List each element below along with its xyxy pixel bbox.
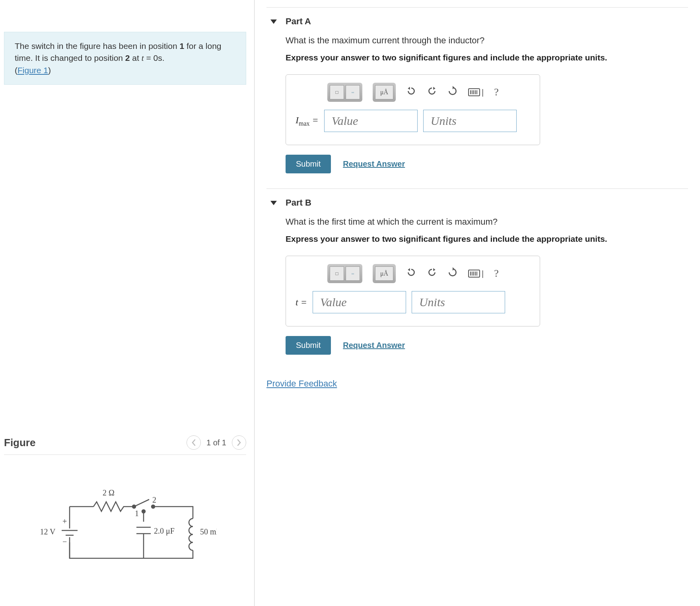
reset-icon[interactable] xyxy=(447,86,458,99)
svg-point-2 xyxy=(142,510,145,513)
redo-icon[interactable] xyxy=(427,86,437,99)
problem-text-3: at xyxy=(130,53,142,62)
template-tool[interactable]: □ ▫▫ xyxy=(327,264,362,283)
provide-feedback-link[interactable]: Provide Feedback xyxy=(266,379,337,389)
switch-1-label: 1 xyxy=(135,509,139,518)
part-b-answer-box: □ ▫▫ μÅ xyxy=(286,256,540,326)
figure-prev-button[interactable] xyxy=(187,435,201,450)
part-a-answer-box: □ ▫▫ μÅ xyxy=(286,74,540,145)
undo-icon[interactable] xyxy=(406,86,416,99)
problem-text-1: The switch in the figure has been in pos… xyxy=(15,41,179,50)
plus-label: + xyxy=(62,517,67,526)
figure-link[interactable]: Figure 1 xyxy=(18,66,48,75)
time-eq-text: = 0s. xyxy=(144,53,165,62)
part-b-variable: t = xyxy=(296,297,307,308)
part-a-header[interactable]: Part A xyxy=(266,8,688,35)
chevron-down-icon xyxy=(270,19,277,24)
help-icon[interactable]: ? xyxy=(494,268,499,280)
part-b-question: What is the first time at which the curr… xyxy=(286,217,688,227)
help-icon[interactable]: ? xyxy=(494,86,499,98)
reset-icon[interactable] xyxy=(447,267,458,280)
part-a-value-input[interactable] xyxy=(324,110,418,132)
circuit-diagram: 2 Ω 12 V + − 1 2 2.0 μF 50 mH xyxy=(4,475,246,570)
keyboard-icon[interactable]: | xyxy=(468,269,484,278)
figure-next-button[interactable] xyxy=(232,435,246,450)
chevron-down-icon xyxy=(270,201,277,205)
part-b-instruction: Express your answer to two significant f… xyxy=(286,234,688,244)
part-a-submit-button[interactable]: Submit xyxy=(286,155,331,173)
switch-2-label: 2 xyxy=(152,495,156,504)
part-b-request-answer-link[interactable]: Request Answer xyxy=(343,341,405,350)
part-a-units-input[interactable] xyxy=(423,110,517,132)
part-b-submit-button[interactable]: Submit xyxy=(286,336,331,355)
problem-statement: The switch in the figure has been in pos… xyxy=(4,32,246,85)
part-a-instruction: Express your answer to two significant f… xyxy=(286,53,688,62)
figure-pager: 1 of 1 xyxy=(206,438,226,447)
chevron-right-icon xyxy=(237,439,241,446)
position-1: 1 xyxy=(179,41,184,50)
part-b-header[interactable]: Part B xyxy=(266,189,688,217)
voltage-label: 12 V xyxy=(40,527,56,536)
capacitor-label: 2.0 μF xyxy=(154,526,175,536)
resistor-label: 2 Ω xyxy=(103,488,115,497)
keyboard-icon[interactable]: | xyxy=(468,88,484,97)
undo-icon[interactable] xyxy=(406,267,416,280)
units-script-tool[interactable]: μÅ xyxy=(373,264,396,283)
template-tool[interactable]: □ ▫▫ xyxy=(327,83,362,102)
part-a-request-answer-link[interactable]: Request Answer xyxy=(343,159,405,169)
chevron-left-icon xyxy=(191,439,196,446)
part-b-units-input[interactable] xyxy=(412,291,505,313)
redo-icon[interactable] xyxy=(427,267,437,280)
part-a-title: Part A xyxy=(286,16,311,27)
part-b-value-input[interactable] xyxy=(313,291,406,313)
inductor-label: 50 mH xyxy=(200,527,217,536)
part-b-title: Part B xyxy=(286,198,311,208)
figure-title: Figure xyxy=(4,437,35,449)
position-2: 2 xyxy=(125,53,130,62)
part-a-variable: Imax = xyxy=(296,115,319,127)
part-a-question: What is the maximum current through the … xyxy=(286,35,688,46)
units-script-tool[interactable]: μÅ xyxy=(373,83,396,102)
minus-label: − xyxy=(62,537,67,546)
